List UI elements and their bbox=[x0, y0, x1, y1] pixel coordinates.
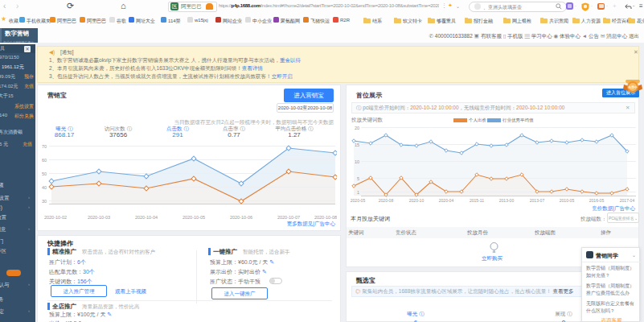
svg-text:2020-05: 2020-05 bbox=[351, 198, 366, 203]
svg-text:2020-04: 2020-04 bbox=[439, 198, 454, 203]
svg-text:2020-10-06: 2020-10-06 bbox=[230, 215, 252, 220]
svg-text:2020-10-03: 2020-10-03 bbox=[88, 215, 110, 220]
svg-text:2020-10: 2020-10 bbox=[409, 198, 425, 203]
svg-text:2015-11: 2015-11 bbox=[470, 198, 484, 203]
svg-text:免费中: 免费中 bbox=[628, 85, 638, 89]
svg-text:2020-08: 2020-08 bbox=[379, 198, 394, 203]
svg-text:2020-10-04: 2020-10-04 bbox=[135, 215, 158, 220]
svg-text:2016-05: 2016-05 bbox=[589, 198, 605, 203]
svg-text:20: 20 bbox=[355, 126, 359, 130]
svg-text:2013-07: 2013-07 bbox=[530, 198, 545, 203]
svg-text:2020-10-05: 2020-10-05 bbox=[183, 215, 205, 220]
svg-text:10: 10 bbox=[355, 159, 359, 164]
svg-text:1: 1 bbox=[357, 190, 359, 195]
svg-text:2013-00: 2013-00 bbox=[499, 198, 515, 203]
svg-text:2017-04: 2017-04 bbox=[620, 198, 635, 203]
svg-text:60: 60 bbox=[42, 158, 47, 163]
svg-text:2020-10-02: 2020-10-02 bbox=[44, 215, 67, 220]
svg-text:5: 5 bbox=[357, 176, 359, 181]
svg-text:2020-10-08: 2020-10-08 bbox=[314, 215, 337, 220]
svg-text:40: 40 bbox=[42, 185, 47, 190]
svg-text:30: 30 bbox=[42, 199, 47, 204]
svg-text:70: 70 bbox=[42, 144, 47, 149]
svg-text:2010-05: 2010-05 bbox=[560, 198, 575, 203]
svg-text:50: 50 bbox=[42, 171, 47, 176]
svg-text:15: 15 bbox=[355, 142, 359, 147]
svg-text:2020-10-07: 2020-10-07 bbox=[277, 215, 300, 220]
